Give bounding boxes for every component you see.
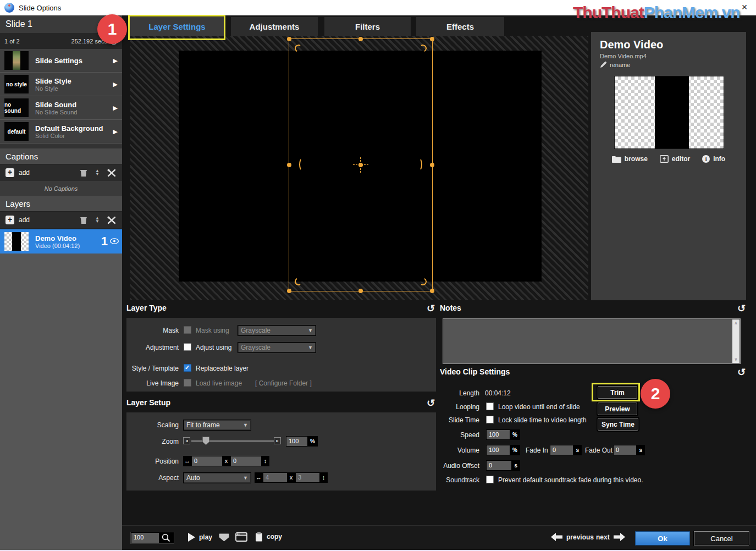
configure-folder-link[interactable]: [ Configure Folder ] — [255, 379, 312, 387]
reset-layer-setup-icon[interactable] — [427, 397, 435, 409]
position-x-field[interactable]: 0 — [191, 456, 222, 466]
preview-button[interactable]: Preview — [598, 403, 637, 415]
sidebar-item-slide-style[interactable]: no style Slide Style No Style — [0, 73, 122, 96]
play-button[interactable]: play — [188, 533, 212, 542]
rotate-handle-icon[interactable] — [294, 277, 303, 286]
aspect-width-value[interactable]: 4 — [263, 472, 287, 483]
delete-layer-icon[interactable] — [80, 216, 87, 224]
sidebar-item-default-background[interactable]: default Default Background Solid Color — [0, 120, 122, 143]
zoom-slider-right-icon[interactable]: ► — [274, 437, 281, 444]
position-x-value[interactable]: 0 — [191, 456, 222, 466]
add-caption-icon[interactable] — [5, 168, 14, 177]
reorder-captions-icon[interactable]: ▲▼ — [95, 169, 100, 176]
adjust-using-select[interactable]: Grayscale — [238, 342, 316, 353]
volume-field[interactable]: 100 % — [486, 445, 520, 455]
scroll-down-icon[interactable]: ∨ — [735, 357, 738, 362]
visibility-eye-icon[interactable] — [110, 238, 119, 244]
fade-in-value[interactable]: 0 — [550, 445, 573, 455]
speed-field[interactable]: 100 % — [486, 429, 520, 440]
scroll-up-icon[interactable]: ∧ — [735, 321, 738, 326]
reorder-layers-icon[interactable]: ▲▼ — [95, 217, 100, 223]
reset-video-clip-icon[interactable] — [737, 366, 746, 378]
mask-using-select[interactable]: Grayscale — [238, 325, 316, 336]
zoom-value-field[interactable]: 100 % — [286, 436, 318, 447]
aspect-height-field[interactable]: 3 — [295, 472, 319, 483]
rotate-handle-icon[interactable] — [294, 43, 303, 53]
add-layer-icon[interactable] — [5, 216, 14, 224]
audio-offset-value[interactable]: 0 — [486, 460, 511, 471]
aspect-width-field[interactable]: 4 — [263, 472, 287, 483]
replaceable-layer-checkbox[interactable] — [184, 364, 191, 372]
mask-checkbox[interactable] — [184, 326, 191, 334]
layer-selection-box[interactable] — [289, 38, 433, 291]
magnifier-icon[interactable] — [159, 533, 173, 542]
safe-zone-button[interactable] — [219, 533, 229, 542]
corner-handle[interactable] — [430, 37, 434, 41]
slide-preview[interactable] — [130, 36, 588, 300]
notes-scrollbar[interactable]: ∧∨ — [732, 319, 740, 363]
layer-item-demo-video[interactable]: Demo Video Video (00:04:12) 1 — [0, 229, 122, 254]
zoom-value[interactable]: 100 — [286, 436, 307, 447]
caption-tools-icon[interactable] — [107, 169, 117, 177]
layer-tools-icon[interactable] — [107, 216, 117, 224]
trim-button[interactable]: Trim — [598, 386, 637, 399]
browse-button[interactable]: browse — [612, 155, 648, 163]
add-caption-label[interactable]: add — [19, 169, 72, 177]
corner-handle[interactable] — [430, 289, 434, 293]
copy-button[interactable]: copy — [255, 532, 282, 542]
fade-out-field[interactable]: 0 s — [613, 445, 645, 455]
sync-time-button[interactable]: Sync Time — [598, 418, 638, 431]
previous-button[interactable]: previous — [551, 533, 594, 541]
aspect-height-value[interactable]: 3 — [295, 472, 319, 483]
rename-button[interactable]: rename — [600, 61, 630, 68]
position-y-field[interactable]: 0 — [230, 456, 261, 466]
reset-notes-icon[interactable] — [737, 302, 746, 315]
notes-textarea[interactable]: ∧∨ — [443, 318, 741, 364]
looping-checkbox[interactable] — [486, 403, 494, 410]
add-layer-label[interactable]: add — [19, 216, 72, 224]
edge-handle[interactable] — [287, 163, 291, 167]
edge-handle[interactable] — [358, 289, 363, 293]
ok-button[interactable]: Ok — [635, 531, 690, 546]
info-button[interactable]: i info — [702, 155, 725, 163]
next-button[interactable]: next — [596, 533, 625, 541]
edge-handle[interactable] — [430, 163, 434, 167]
corner-handle[interactable] — [287, 37, 291, 41]
speed-value[interactable]: 100 — [486, 429, 510, 440]
zoom-slider-thumb[interactable] — [202, 437, 209, 445]
close-icon[interactable] — [738, 1, 751, 13]
scaling-select[interactable]: Fit to frame — [183, 420, 251, 431]
tab-layer-settings[interactable]: Layer Settings — [130, 17, 224, 36]
slide-time-checkbox[interactable] — [486, 416, 494, 423]
delete-caption-icon[interactable] — [80, 169, 87, 177]
corner-handle[interactable] — [287, 289, 291, 293]
skew-handle-icon[interactable] — [416, 158, 422, 171]
rotate-handle-icon[interactable] — [418, 277, 427, 286]
reset-layer-type-icon[interactable] — [427, 302, 435, 315]
tab-adjustments[interactable]: Adjustments — [231, 17, 318, 36]
aspect-select[interactable]: Auto — [183, 472, 251, 483]
fade-out-value[interactable]: 0 — [613, 445, 636, 455]
cancel-button[interactable]: Cancel — [694, 531, 749, 546]
fade-in-field[interactable]: 0 s — [550, 445, 582, 455]
preview-zoom-control[interactable]: 100 — [130, 532, 174, 544]
tab-effects[interactable]: Effects — [416, 17, 504, 36]
audio-offset-field[interactable]: 0 s — [486, 460, 520, 471]
zoom-slider-left-icon[interactable]: ◄ — [183, 437, 190, 444]
skew-handle-icon[interactable] — [299, 158, 306, 171]
sidebar-item-slide-settings[interactable]: Slide Settings — [0, 49, 122, 72]
soundtrack-checkbox[interactable] — [486, 476, 494, 483]
preview-zoom-value[interactable]: 100 — [131, 533, 159, 543]
tab-filters[interactable]: Filters — [324, 17, 411, 36]
edge-handle[interactable] — [358, 37, 363, 41]
window-view-button[interactable] — [235, 532, 247, 542]
clip-filename: Demo Video.mp4 — [600, 53, 647, 59]
volume-value[interactable]: 100 — [486, 445, 510, 455]
sidebar-item-slide-sound[interactable]: no sound Slide Sound No Slide Sound — [0, 96, 122, 119]
rotate-handle-icon[interactable] — [418, 43, 427, 53]
editor-button[interactable]: editor — [660, 155, 690, 163]
adjustment-checkbox[interactable] — [184, 343, 191, 351]
position-y-value[interactable]: 0 — [230, 456, 261, 466]
load-live-image-checkbox[interactable] — [184, 379, 191, 387]
center-crosshair-icon[interactable] — [358, 163, 363, 167]
